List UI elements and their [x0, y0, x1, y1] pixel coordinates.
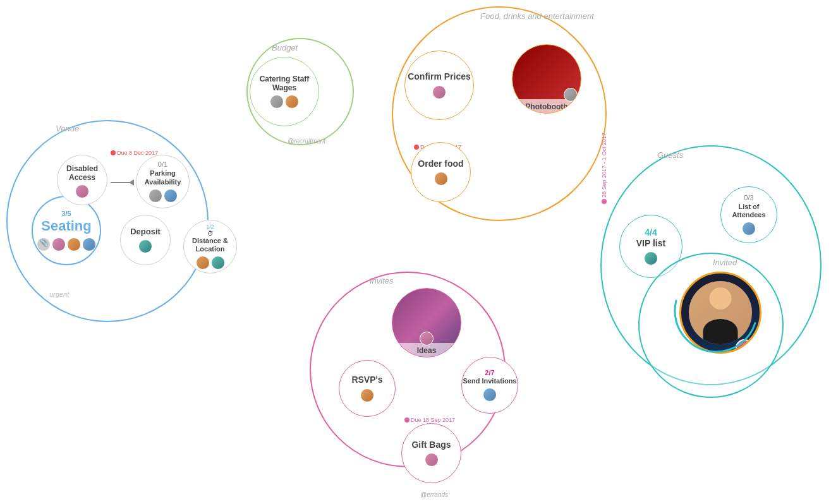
- due-giftbags-badge: Due 18 Sep 2017: [404, 417, 455, 423]
- disabled-title: Disabled Access: [58, 164, 107, 183]
- guests-date-text: 28 Sep 2017 - 1 Oct 2017: [601, 133, 607, 198]
- avatar-catering-1: [270, 95, 284, 109]
- ideas-title: Ideas: [417, 346, 437, 355]
- photobooth-title: Photobooth: [525, 102, 567, 111]
- sendinv-count: 2/7: [485, 369, 494, 376]
- guests-date-badge: 28 Sep 2017 - 1 Oct 2017: [601, 133, 607, 204]
- avatar-photobooth: [564, 88, 578, 102]
- distance-title: Distance & Location: [184, 237, 236, 253]
- orderfood-circle[interactable]: Order food: [411, 142, 471, 202]
- avatar-rsvp: [360, 388, 374, 402]
- due-parking-text: Due 8 Dec 2017: [117, 150, 158, 156]
- avatar-vip: [644, 251, 658, 265]
- attach-icon: 📎: [37, 237, 51, 251]
- catering-title: Catering Staff Wages: [250, 75, 318, 93]
- invited-label: Invited: [713, 258, 737, 267]
- avatar-parking-1: [149, 189, 162, 203]
- parking-title: Parking Availability: [136, 169, 189, 186]
- ideas-circle[interactable]: Ideas: [392, 288, 461, 357]
- parking-circle[interactable]: 0/1 Parking Availability: [136, 155, 190, 208]
- orderfood-title: Order food: [418, 159, 463, 169]
- budget-label: Budget: [272, 43, 298, 52]
- sendinv-title: Send Invitations: [463, 377, 517, 385]
- avatar-giftbags: [425, 453, 439, 467]
- guests-label: Guests: [657, 150, 683, 160]
- rsvp-circle[interactable]: RSVP's: [339, 360, 396, 417]
- parking-count: 0/1: [158, 160, 167, 168]
- avatar-catering-2: [285, 95, 299, 109]
- distance-count: 1/2: [206, 224, 214, 230]
- seating-circle[interactable]: 3/5 Seating 📎: [32, 196, 101, 265]
- venue-label: Venue: [56, 124, 79, 133]
- invites-at-label: @errands: [420, 491, 448, 498]
- sendinv-circle[interactable]: 2/7 Send Invitations: [461, 357, 518, 414]
- avatar-confirm: [432, 85, 446, 99]
- avatar-distance-1: [196, 256, 210, 270]
- disabled-circle[interactable]: Disabled Access: [57, 155, 107, 205]
- avatar-seating-3: [82, 237, 96, 251]
- vip-title: VIP list: [636, 238, 665, 249]
- avatar-ideas: [420, 332, 434, 345]
- avatar-orderfood: [434, 172, 448, 186]
- giftbags-circle[interactable]: Gift Bags: [401, 423, 461, 483]
- avatar-seating-2: [67, 237, 81, 251]
- distance-timer: ⏱: [207, 230, 214, 237]
- invited-small-avatar: [736, 339, 753, 354]
- distance-circle[interactable]: 1/2 ⏱ Distance & Location: [183, 220, 237, 273]
- photobooth-circle[interactable]: Photobooth: [512, 44, 581, 114]
- seating-title: Seating: [41, 218, 91, 234]
- due-giftbags-text: Due 18 Sep 2017: [411, 417, 455, 423]
- rsvp-title: RSVP's: [351, 375, 382, 385]
- vip-count: 4/4: [645, 227, 657, 237]
- invited-orange-dot: [748, 277, 756, 285]
- invites-label: Invites: [370, 276, 394, 285]
- parking-arrow: [111, 182, 133, 183]
- confirm-title: Confirm Prices: [408, 71, 471, 82]
- attendees-count: 0/3: [744, 194, 753, 201]
- avatar-sendinv: [483, 388, 497, 402]
- due-parking-badge: Due 8 Dec 2017: [111, 150, 158, 156]
- confirm-circle[interactable]: Confirm Prices: [404, 51, 474, 120]
- avatar-seating-1: [52, 237, 66, 251]
- deposit-circle[interactable]: Deposit: [120, 215, 171, 265]
- avatar-deposit: [138, 239, 152, 253]
- avatar-parking-2: [164, 189, 178, 203]
- attendees-title: List of Attendees: [721, 203, 777, 219]
- giftbags-title: Gift Bags: [411, 440, 451, 450]
- budget-at-label: @recruitment: [288, 138, 325, 145]
- avatar-distance-2: [211, 256, 225, 270]
- avatar-disabled: [75, 184, 89, 198]
- avatar-attendees: [742, 222, 756, 236]
- seating-count: 3/5: [61, 210, 71, 217]
- food-label: Food, drinks and entertainment: [480, 11, 594, 21]
- invited-person-circle[interactable]: [679, 272, 761, 354]
- attendees-circle[interactable]: 0/3 List of Attendees: [720, 186, 777, 243]
- urgent-label: urgent: [49, 291, 69, 298]
- deposit-title: Deposit: [130, 227, 161, 237]
- catering-circle[interactable]: Catering Staff Wages: [250, 57, 319, 126]
